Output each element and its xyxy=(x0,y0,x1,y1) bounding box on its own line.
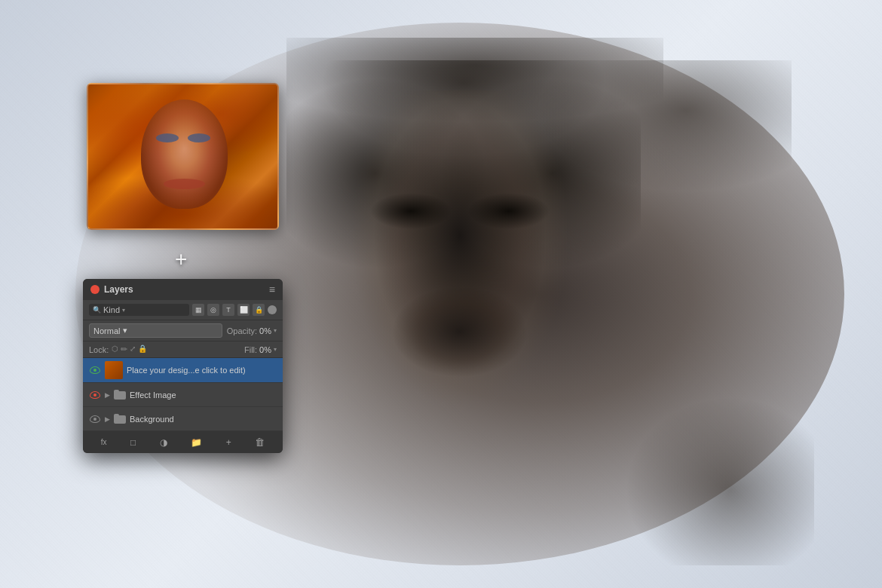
color-photo xyxy=(87,83,279,230)
layers-close-button[interactable] xyxy=(90,285,100,294)
filter-icon-type[interactable]: T xyxy=(222,304,234,316)
blend-opacity-row: Normal ▾ Opacity: 0% ▾ xyxy=(83,320,283,341)
plus-sign-text: + xyxy=(175,247,187,271)
filter-icon-pixel[interactable]: ▦ xyxy=(192,304,204,316)
layer-item-smart-object[interactable]: Place your desig...e click to edit) xyxy=(83,358,283,383)
layers-title: Layers xyxy=(104,284,133,295)
filter-icon-shape[interactable]: ⬜ xyxy=(237,304,250,316)
opacity-section: Opacity: 0% ▾ xyxy=(227,326,277,335)
fill-dropdown-arrow[interactable]: ▾ xyxy=(274,346,277,353)
blend-mode-label: Normal xyxy=(93,326,120,335)
layer-2-folder-icon xyxy=(114,390,126,400)
layer-2-name: Effect Image xyxy=(130,390,277,400)
sketch-hand-area xyxy=(603,377,814,565)
opacity-label: Opacity: xyxy=(227,326,257,335)
filter-kind-arrow: ▾ xyxy=(122,307,125,314)
layers-panel: Layers ≡ 🔍 Kind ▾ ▦ ◎ T ⬜ 🔒 Normal ▾ Opa… xyxy=(83,279,283,453)
layer-mask-button[interactable]: □ xyxy=(127,436,139,449)
layer-3-expand-arrow[interactable]: ▶ xyxy=(105,415,110,423)
delete-layer-button[interactable]: 🗑 xyxy=(252,435,268,449)
filter-icon-smart[interactable]: 🔒 xyxy=(253,304,265,316)
fill-label: Fill: xyxy=(244,345,257,354)
filter-icon-adjustment[interactable]: ◎ xyxy=(207,304,219,316)
new-layer-button[interactable]: + xyxy=(223,436,234,449)
layer-item-effect-image[interactable]: ▶ Effect Image xyxy=(83,383,283,407)
filter-icon-color[interactable] xyxy=(268,305,277,314)
sketch-lower-face xyxy=(354,286,565,400)
filter-search-icon: 🔍 xyxy=(93,306,101,314)
layer-1-visibility[interactable] xyxy=(89,364,101,376)
opacity-dropdown-arrow[interactable]: ▾ xyxy=(274,327,277,334)
layer-1-eye-icon xyxy=(90,366,100,374)
blend-mode-dropdown[interactable]: Normal ▾ xyxy=(89,323,222,338)
layer-adjustment-button[interactable]: ◑ xyxy=(157,436,170,449)
layers-panel-menu-icon[interactable]: ≡ xyxy=(269,283,275,296)
layer-group-button[interactable]: 📁 xyxy=(188,436,205,449)
layer-2-eye-icon xyxy=(90,391,100,399)
opacity-value[interactable]: 0% xyxy=(259,326,271,335)
lock-fill-row: Lock: ⬡ ✏ ⤢ 🔒 Fill: 0% ▾ xyxy=(83,341,283,358)
layers-panel-header: Layers ≡ xyxy=(83,279,283,300)
layer-2-expand-arrow[interactable]: ▶ xyxy=(105,391,110,399)
lock-paint-icon[interactable]: ✏ xyxy=(121,345,127,354)
layer-1-thumbnail xyxy=(105,361,123,379)
lock-icons: ⬡ ✏ ⤢ 🔒 xyxy=(112,345,147,354)
sketch-leaves-top xyxy=(286,38,663,173)
plus-sign: + xyxy=(175,247,187,271)
layer-item-background[interactable]: ▶ Background xyxy=(83,407,283,431)
lock-transparency-icon[interactable]: ⬡ xyxy=(112,345,118,354)
layer-3-eye-icon xyxy=(90,415,100,423)
layers-filter-kind[interactable]: 🔍 Kind ▾ xyxy=(89,304,189,316)
layers-header-left: Layers xyxy=(90,284,133,295)
lock-label: Lock: xyxy=(89,345,109,354)
layer-3-folder-icon xyxy=(114,414,126,424)
lock-all-icon[interactable]: 🔒 xyxy=(138,345,147,354)
fill-section: Fill: 0% ▾ xyxy=(244,345,277,354)
layer-3-visibility[interactable] xyxy=(89,413,101,425)
layer-1-name: Place your desig...e click to edit) xyxy=(127,366,277,375)
layer-3-name: Background xyxy=(130,415,277,424)
layers-filter-row: 🔍 Kind ▾ ▦ ◎ T ⬜ 🔒 xyxy=(83,300,283,320)
layers-bottom-bar: fx □ ◑ 📁 + 🗑 xyxy=(83,431,283,453)
color-photo-leaves-overlay xyxy=(88,84,277,157)
lock-move-icon[interactable]: ⤢ xyxy=(130,345,136,354)
filter-kind-label: Kind xyxy=(103,305,120,314)
color-photo-bottom-overlay xyxy=(88,185,277,228)
layer-fx-button[interactable]: fx xyxy=(98,436,110,448)
layer-2-visibility[interactable] xyxy=(89,389,101,401)
fill-value[interactable]: 0% xyxy=(259,345,271,354)
blend-mode-arrow: ▾ xyxy=(123,326,127,335)
